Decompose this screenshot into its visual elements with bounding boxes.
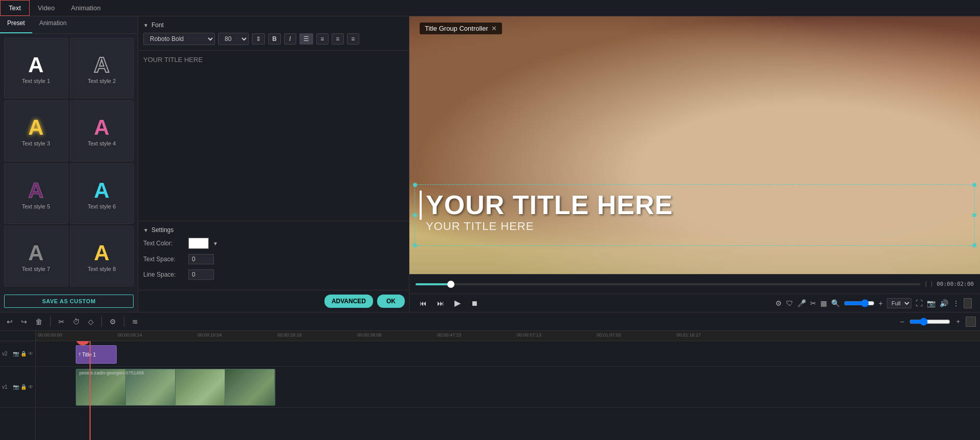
style-label-7: Text style 7 [22,266,50,272]
font-size-select[interactable]: 80 [218,33,249,45]
delete-button[interactable]: 🗑 [33,317,45,327]
mic-icon[interactable]: 🎤 [797,299,806,307]
zoom-in-icon[interactable]: + [879,299,883,307]
layout-icon[interactable]: ▦ [820,299,827,307]
main-area: Preset Animation A Text style 1 A Text s… [0,16,980,312]
color-picker-icon[interactable] [964,298,972,308]
left-panel: Preset Animation A Text style 1 A Text s… [0,16,138,312]
font-section: ▼ Font Roboto Bold 80 ⇕ B I ☰ ≡ ≡ ≡ [138,16,409,51]
text-color-swatch[interactable] [188,238,209,249]
ruler-label-1: 00:00:09:14 [118,332,142,338]
line-space-input[interactable] [188,269,214,280]
align-left-btn[interactable]: ☰ [299,33,313,45]
title-controller-badge[interactable]: Title Group Controller ✕ [420,23,502,34]
timeline-tracks: ✂ T Title 1 pexels-zadin-georgiev-575145… [36,341,980,440]
settings-icon[interactable]: ⚙ [775,299,782,307]
playback-controls: ⏮ ⏭ ▶ ⏹ ⚙ 🛡 🎤 ✂ ▦ 🔍 + Full ⛶ 📷 🔊 ⋮ [409,294,980,312]
progress-thumb[interactable] [447,281,454,288]
style-item-6[interactable]: A Text style 6 [70,163,134,224]
stop-button[interactable]: ⏹ [469,298,480,308]
ruler-label-5: 00:00:47:23 [437,332,462,338]
ok-button[interactable]: OK [377,295,405,308]
line-space-row: Line Space: [143,269,404,280]
style-item-8[interactable]: A Text style 8 [70,226,134,286]
line-spacing-btn[interactable]: ⇕ [252,33,265,45]
style-item-1[interactable]: A Text style 1 [4,38,68,98]
font-name-select[interactable]: Roboto Bold [143,33,215,45]
track-v1-eye-icon[interactable]: 👁 [28,384,33,390]
scissors-icon[interactable]: ✂ [810,299,816,307]
style-item-2[interactable]: A Text style 2 [70,38,134,98]
tab-animation[interactable]: Animation [63,0,109,16]
title-controller-label: Title Group Controller [425,25,488,32]
timer-button[interactable]: ⏱ [70,317,82,327]
cut-button[interactable]: ✂ [56,317,67,327]
tab-text[interactable]: Text [0,0,30,16]
style-item-4[interactable]: A Text style 4 [70,100,134,161]
fullscreen-icon[interactable]: ⛶ [916,299,923,307]
ripple-btn[interactable]: ≋ [129,317,141,327]
zoom-in-tl-btn[interactable]: + [953,317,963,326]
italic-btn[interactable]: I [284,33,296,45]
title-overlay[interactable]: YOUR TITLE HERE YOUR TITLE HERE [420,191,970,233]
bold-btn[interactable]: B [268,33,281,45]
undo-button[interactable]: ↩ [4,317,15,327]
track-v1-icons: 📷 🔒 👁 [13,384,33,390]
right-panel: Title Group Controller ✕ YOUR TITLE HERE… [409,16,980,312]
track-v2-icons: 📷 🔒 👁 [13,351,33,357]
track-v2-lock-icon[interactable]: 🔒 [20,351,27,357]
current-time-indicator [90,341,91,440]
video-clip-label: pexels-zadin-georgiev-5751458 [79,370,144,375]
align-center-btn[interactable]: ≡ [316,33,329,45]
align-right-btn[interactable]: ≡ [332,33,344,45]
left-sub-tabs: Preset Animation [0,16,138,34]
timeline-ruler[interactable]: 00:00:00:00 00:00:09:14 00:00:19:04 00:0… [36,331,980,341]
track-v1-camera-icon[interactable]: 📷 [13,384,19,390]
sub-tab-preset[interactable]: Preset [0,16,32,33]
title-clip[interactable]: T Title 1 [76,345,117,364]
video-clip[interactable]: pexels-zadin-georgiev-5751458 [76,369,275,406]
play-button[interactable]: ▶ [452,297,463,309]
style-label-1: Text style 1 [22,78,50,84]
zoom-out-tl-btn[interactable]: – [898,317,906,326]
title-controller-close-icon[interactable]: ✕ [491,25,497,32]
align-justify-btn[interactable]: ≡ [347,33,359,45]
advanced-button[interactable]: ADVANCED [324,295,373,308]
redo-button[interactable]: ↪ [18,317,30,327]
center-panel: ▼ Font Roboto Bold 80 ⇕ B I ☰ ≡ ≡ ≡ YO [138,16,409,312]
track-v1-lock-icon[interactable]: 🔒 [20,384,27,390]
style-item-7[interactable]: A Text style 7 [4,226,68,286]
sub-tab-animation[interactable]: Animation [32,16,74,33]
style-item-5[interactable]: A Text style 5 [4,163,68,224]
volume-slider[interactable] [844,299,875,307]
settings-btn[interactable]: ⚙ [107,317,119,327]
tab-video[interactable]: Video [30,0,63,16]
quality-select[interactable]: Full [887,298,911,308]
text-space-input[interactable] [188,254,214,264]
audio-icon[interactable]: 🔊 [940,299,948,307]
text-edit-area[interactable]: YOUR TITLE HERE [138,51,409,221]
color-dropdown-arrow[interactable]: ▼ [213,241,218,246]
timeline-area: ↩ ↪ 🗑 ✂ ⏱ ◇ ⚙ ≋ – + v2 📷 🔒 👁 [0,312,980,440]
font-section-arrow: ▼ [143,23,148,28]
font-toolbar: Roboto Bold 80 ⇕ B I ☰ ≡ ≡ ≡ [143,33,404,45]
style-label-3: Text style 3 [22,140,50,146]
progress-bar[interactable] [416,283,921,285]
marker-button[interactable]: ◇ [85,317,96,327]
timeline-zoom-slider[interactable] [909,318,950,326]
styles-grid: A Text style 1 A Text style 2 A Text sty… [0,34,138,290]
track-v2-eye-icon[interactable]: 👁 [28,351,33,357]
step-back-button[interactable]: ⏭ [435,298,446,308]
more-icon[interactable]: ⋮ [952,299,960,307]
cut-marker: ✂ [76,341,90,345]
style-item-3[interactable]: A Text style 3 [4,100,68,161]
save-as-custom-button[interactable]: SAVE AS CUSTOM [4,295,134,308]
title-clip-label: Title 1 [82,352,96,358]
track-v2-camera-icon[interactable]: 📷 [13,351,19,357]
zoom-out-icon[interactable]: 🔍 [831,299,840,307]
shield-icon[interactable]: 🛡 [786,299,793,307]
skip-back-button[interactable]: ⏮ [418,298,429,308]
ruler-label-8: 00:01:16:17 [677,332,701,338]
font-section-label: Font [151,22,164,29]
snapshot-icon[interactable]: 📷 [927,299,935,307]
